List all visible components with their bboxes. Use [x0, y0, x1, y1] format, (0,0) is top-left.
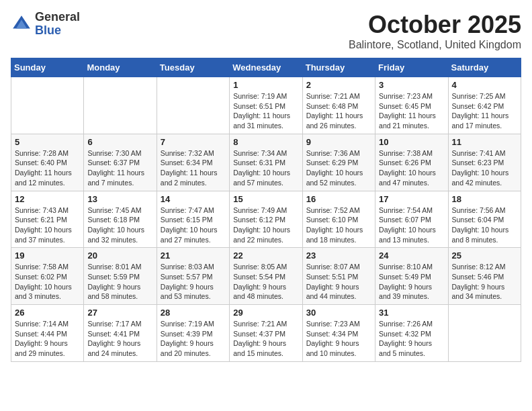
day-info: Sunrise: 8:07 AM Sunset: 5:51 PM Dayligh… [306, 262, 371, 302]
calendar-week-row: 19Sunrise: 7:58 AM Sunset: 6:02 PM Dayli… [11, 248, 521, 305]
calendar-cell: 23Sunrise: 8:07 AM Sunset: 5:51 PM Dayli… [302, 248, 375, 305]
calendar-cell: 9Sunrise: 7:36 AM Sunset: 6:29 PM Daylig… [302, 134, 375, 191]
calendar-cell: 22Sunrise: 8:05 AM Sunset: 5:54 PM Dayli… [230, 248, 302, 305]
calendar-cell: 30Sunrise: 7:23 AM Sunset: 4:34 PM Dayli… [302, 305, 375, 362]
day-info: Sunrise: 7:34 AM Sunset: 6:31 PM Dayligh… [233, 148, 298, 188]
calendar-cell: 18Sunrise: 7:56 AM Sunset: 6:04 PM Dayli… [448, 191, 521, 248]
calendar-cell: 27Sunrise: 7:17 AM Sunset: 4:41 PM Dayli… [84, 305, 157, 362]
calendar-cell [157, 77, 229, 134]
weekday-header-wednesday: Wednesday [230, 58, 302, 77]
calendar-cell: 21Sunrise: 8:03 AM Sunset: 5:57 PM Dayli… [157, 248, 229, 305]
calendar-cell: 8Sunrise: 7:34 AM Sunset: 6:31 PM Daylig… [230, 134, 302, 191]
weekday-header-row: SundayMondayTuesdayWednesdayThursdayFrid… [11, 58, 521, 77]
day-info: Sunrise: 7:58 AM Sunset: 6:02 PM Dayligh… [15, 262, 80, 302]
day-number: 3 [379, 80, 444, 90]
day-number: 9 [306, 137, 371, 147]
day-info: Sunrise: 8:12 AM Sunset: 5:46 PM Dayligh… [452, 262, 517, 302]
calendar-cell: 26Sunrise: 7:14 AM Sunset: 4:44 PM Dayli… [11, 305, 84, 362]
location: Balintore, Scotland, United Kingdom [349, 39, 521, 51]
calendar-week-row: 5Sunrise: 7:28 AM Sunset: 6:40 PM Daylig… [11, 134, 521, 191]
logo-text: General Blue [35, 11, 80, 38]
day-info: Sunrise: 7:19 AM Sunset: 4:39 PM Dayligh… [161, 319, 226, 359]
day-number: 27 [87, 308, 152, 318]
day-number: 13 [87, 194, 152, 204]
calendar-cell: 5Sunrise: 7:28 AM Sunset: 6:40 PM Daylig… [11, 134, 84, 191]
calendar-cell: 6Sunrise: 7:30 AM Sunset: 6:37 PM Daylig… [84, 134, 157, 191]
day-number: 26 [15, 308, 80, 318]
day-info: Sunrise: 7:17 AM Sunset: 4:41 PM Dayligh… [87, 319, 152, 359]
calendar-cell: 25Sunrise: 8:12 AM Sunset: 5:46 PM Dayli… [448, 248, 521, 305]
day-info: Sunrise: 7:54 AM Sunset: 6:07 PM Dayligh… [379, 205, 444, 245]
calendar-cell: 3Sunrise: 7:23 AM Sunset: 6:45 PM Daylig… [375, 77, 448, 134]
calendar-week-row: 12Sunrise: 7:43 AM Sunset: 6:21 PM Dayli… [11, 191, 521, 248]
title-block: October 2025 Balintore, Scotland, United… [349, 11, 521, 51]
calendar-cell: 20Sunrise: 8:01 AM Sunset: 5:59 PM Dayli… [84, 248, 157, 305]
calendar-cell: 28Sunrise: 7:19 AM Sunset: 4:39 PM Dayli… [157, 305, 229, 362]
page-header: General Blue October 2025 Balintore, Sco… [11, 11, 521, 51]
day-info: Sunrise: 7:14 AM Sunset: 4:44 PM Dayligh… [15, 319, 80, 359]
day-info: Sunrise: 7:26 AM Sunset: 4:32 PM Dayligh… [379, 319, 444, 359]
logo-blue: Blue [35, 24, 80, 38]
calendar-week-row: 1Sunrise: 7:19 AM Sunset: 6:51 PM Daylig… [11, 77, 521, 134]
day-info: Sunrise: 8:01 AM Sunset: 5:59 PM Dayligh… [87, 262, 152, 302]
day-number: 21 [161, 250, 226, 261]
day-number: 29 [233, 308, 298, 318]
weekday-header-saturday: Saturday [448, 58, 521, 77]
calendar-cell: 11Sunrise: 7:41 AM Sunset: 6:23 PM Dayli… [448, 134, 521, 191]
calendar: SundayMondayTuesdayWednesdayThursdayFrid… [11, 58, 521, 362]
logo-general: General [35, 11, 80, 24]
day-info: Sunrise: 7:45 AM Sunset: 6:18 PM Dayligh… [87, 205, 152, 245]
calendar-cell: 13Sunrise: 7:45 AM Sunset: 6:18 PM Dayli… [84, 191, 157, 248]
calendar-cell: 17Sunrise: 7:54 AM Sunset: 6:07 PM Dayli… [375, 191, 448, 248]
day-number: 2 [306, 80, 371, 90]
day-info: Sunrise: 7:30 AM Sunset: 6:37 PM Dayligh… [87, 148, 152, 188]
calendar-cell: 31Sunrise: 7:26 AM Sunset: 4:32 PM Dayli… [375, 305, 448, 362]
day-info: Sunrise: 8:05 AM Sunset: 5:54 PM Dayligh… [233, 262, 298, 302]
day-number: 24 [379, 250, 444, 261]
day-info: Sunrise: 7:49 AM Sunset: 6:12 PM Dayligh… [233, 205, 298, 245]
day-number: 12 [15, 194, 80, 204]
day-info: Sunrise: 7:28 AM Sunset: 6:40 PM Dayligh… [15, 148, 80, 188]
calendar-cell: 2Sunrise: 7:21 AM Sunset: 6:48 PM Daylig… [302, 77, 375, 134]
day-number: 11 [452, 137, 517, 147]
logo: General Blue [11, 11, 80, 38]
month-title: October 2025 [349, 11, 521, 39]
day-number: 23 [306, 250, 371, 261]
weekday-header-sunday: Sunday [11, 58, 84, 77]
day-number: 7 [161, 137, 226, 147]
day-number: 8 [233, 137, 298, 147]
calendar-cell: 12Sunrise: 7:43 AM Sunset: 6:21 PM Dayli… [11, 191, 84, 248]
day-info: Sunrise: 7:36 AM Sunset: 6:29 PM Dayligh… [306, 148, 371, 188]
calendar-cell: 15Sunrise: 7:49 AM Sunset: 6:12 PM Dayli… [230, 191, 302, 248]
calendar-cell: 1Sunrise: 7:19 AM Sunset: 6:51 PM Daylig… [230, 77, 302, 134]
day-info: Sunrise: 7:43 AM Sunset: 6:21 PM Dayligh… [15, 205, 80, 245]
calendar-cell: 24Sunrise: 8:10 AM Sunset: 5:49 PM Dayli… [375, 248, 448, 305]
calendar-cell [84, 77, 157, 134]
day-info: Sunrise: 7:56 AM Sunset: 6:04 PM Dayligh… [452, 205, 517, 245]
calendar-cell: 7Sunrise: 7:32 AM Sunset: 6:34 PM Daylig… [157, 134, 229, 191]
day-number: 14 [161, 194, 226, 204]
calendar-cell: 10Sunrise: 7:38 AM Sunset: 6:26 PM Dayli… [375, 134, 448, 191]
day-number: 4 [452, 80, 517, 90]
day-info: Sunrise: 7:19 AM Sunset: 6:51 PM Dayligh… [233, 91, 298, 131]
day-info: Sunrise: 7:38 AM Sunset: 6:26 PM Dayligh… [379, 148, 444, 188]
day-info: Sunrise: 7:32 AM Sunset: 6:34 PM Dayligh… [161, 148, 226, 188]
day-info: Sunrise: 7:21 AM Sunset: 6:48 PM Dayligh… [306, 91, 371, 131]
day-number: 25 [452, 250, 517, 261]
day-info: Sunrise: 7:23 AM Sunset: 6:45 PM Dayligh… [379, 91, 444, 131]
day-number: 31 [379, 308, 444, 318]
logo-icon [11, 13, 32, 35]
calendar-cell: 14Sunrise: 7:47 AM Sunset: 6:15 PM Dayli… [157, 191, 229, 248]
weekday-header-tuesday: Tuesday [157, 58, 229, 77]
day-info: Sunrise: 7:41 AM Sunset: 6:23 PM Dayligh… [452, 148, 517, 188]
day-info: Sunrise: 7:47 AM Sunset: 6:15 PM Dayligh… [161, 205, 226, 245]
day-number: 22 [233, 250, 298, 261]
day-number: 19 [15, 250, 80, 261]
day-number: 20 [87, 250, 152, 261]
calendar-cell [448, 305, 521, 362]
calendar-cell: 16Sunrise: 7:52 AM Sunset: 6:10 PM Dayli… [302, 191, 375, 248]
day-info: Sunrise: 8:10 AM Sunset: 5:49 PM Dayligh… [379, 262, 444, 302]
day-number: 28 [161, 308, 226, 318]
day-info: Sunrise: 8:03 AM Sunset: 5:57 PM Dayligh… [161, 262, 226, 302]
calendar-cell: 4Sunrise: 7:25 AM Sunset: 6:42 PM Daylig… [448, 77, 521, 134]
